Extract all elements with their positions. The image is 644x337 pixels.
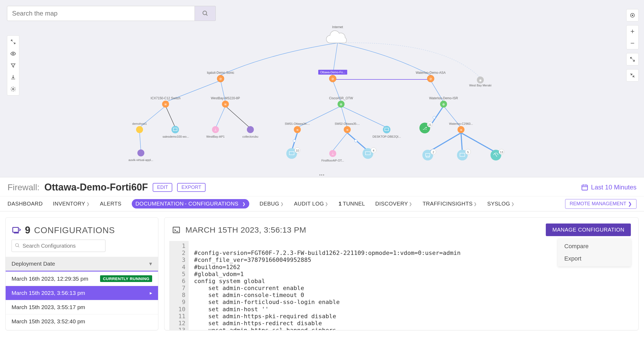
configurations-sidebar: 9 CONFIGURATIONS Deployment Date ▾ March… [5, 217, 158, 330]
zoom-in-button[interactable] [627, 25, 638, 37]
svg-text:≋: ≋ [460, 128, 462, 131]
zoom-out-button[interactable] [627, 37, 638, 49]
config-item[interactable]: March 15th 2023, 3:55:17 pm [6, 300, 158, 314]
svg-point-81 [491, 150, 501, 160]
svg-point-51 [344, 126, 351, 133]
svg-text:⊥: ⊥ [331, 152, 334, 156]
config-item[interactable]: March 16th 2023, 12:29:35 pm CURRENTLY R… [6, 272, 158, 286]
search-icon [202, 10, 208, 17]
svg-rect-13 [318, 70, 347, 75]
config-search-input[interactable] [12, 240, 105, 252]
svg-text:⊘: ⊘ [331, 77, 334, 81]
chevron-right-icon: ▸ [150, 290, 152, 296]
config-item-date: March 15th 2023, 3:55:17 pm [12, 304, 85, 310]
svg-point-75 [431, 149, 436, 155]
svg-rect-54 [385, 128, 389, 131]
svg-rect-64 [289, 152, 294, 155]
svg-text:⎇: ⎇ [423, 126, 427, 130]
svg-point-0 [203, 11, 207, 15]
svg-point-72 [371, 148, 376, 153]
tab-debug[interactable]: DEBUG❯ [259, 201, 284, 207]
svg-text:WestBay-MS220-8P: WestBay-MS220-8P [211, 96, 240, 100]
download-tool-button[interactable] [8, 72, 19, 83]
edit-button[interactable]: EDIT [153, 183, 172, 192]
settings-tool-button[interactable] [8, 83, 19, 95]
svg-point-86 [433, 116, 436, 119]
deployment-date-header[interactable]: Deployment Date ▾ [6, 257, 158, 272]
svg-point-48 [294, 126, 301, 133]
svg-text:21: 21 [428, 123, 431, 126]
svg-text:demohost1: demohost1 [132, 122, 147, 125]
expand-button[interactable] [627, 53, 638, 65]
svg-text:⊘: ⊘ [219, 77, 222, 81]
svg-point-53 [383, 126, 390, 133]
svg-point-67 [329, 150, 336, 157]
remote-management-button[interactable]: REMOTE MANAGEMENT❯ [565, 199, 636, 209]
tab-inventory[interactable]: INVENTORY❯ [53, 201, 90, 207]
compare-menu-item[interactable]: Compare [558, 240, 631, 252]
svg-text:SW01-Ottawa34-...: SW01-Ottawa34-... [285, 122, 310, 125]
svg-text:4: 4 [373, 149, 374, 152]
svg-text:SW02-Ottawa35-...: SW02-Ottawa35-... [335, 122, 360, 125]
tabs-row: DASHBOARD INVENTORY❯ ALERTS DOCUMENTATIO… [0, 196, 644, 211]
svg-rect-38 [173, 128, 177, 131]
svg-text:Iqaluit-Demo-Sonic: Iqaluit-Demo-Sonic [207, 71, 234, 75]
svg-point-33 [440, 101, 447, 108]
svg-rect-87 [582, 185, 587, 190]
collapse-button[interactable] [627, 69, 638, 81]
svg-text:CiscoASR_OTW: CiscoASR_OTW [329, 96, 353, 100]
svg-point-11 [217, 75, 224, 82]
svg-point-24 [162, 101, 169, 108]
tab-traffic[interactable]: TRAFFICINSIGHTS❯ [423, 201, 477, 207]
chevron-right-icon: ❯ [409, 202, 412, 206]
svg-point-40 [212, 126, 219, 133]
chevron-right-icon: ❯ [628, 201, 632, 207]
tab-dashboard[interactable]: DASHBOARD [8, 201, 43, 207]
svg-rect-71 [365, 152, 370, 155]
search-input[interactable] [7, 6, 195, 21]
svg-text:⊘: ⊘ [429, 77, 432, 81]
panel-resize-handle[interactable]: ••• [0, 174, 644, 176]
svg-point-20 [477, 76, 484, 83]
svg-point-37 [171, 126, 179, 133]
detail-header: MARCH 15TH 2023, 3:56:13 PM MANAGE CONFI… [164, 218, 638, 239]
configurations-label: CONFIGURATIONS [34, 225, 115, 235]
configuration-detail: MARCH 15TH 2023, 3:56:13 PM MANAGE CONFI… [164, 217, 639, 330]
svg-point-58 [427, 122, 433, 127]
minus-icon [630, 40, 635, 46]
download-icon [10, 74, 16, 80]
tab-tunnel[interactable]: 1 TUNNEL [339, 201, 365, 207]
layout-tool-button[interactable] [8, 36, 19, 47]
export-button[interactable]: EXPORT [177, 183, 206, 192]
tab-alerts[interactable]: ALERTS [100, 201, 121, 207]
svg-text:⊥: ⊥ [214, 128, 217, 132]
config-item-selected[interactable]: March 15th 2023, 3:56:13 pm ▸ [6, 286, 158, 300]
visibility-tool-button[interactable] [8, 48, 19, 59]
eye-icon [10, 51, 16, 57]
tab-auditlog[interactable]: AUDIT LOG❯ [294, 201, 328, 207]
manage-dropdown: Compare Export [558, 239, 631, 266]
chevron-right-icon: ❯ [280, 202, 284, 206]
locate-button[interactable] [627, 9, 638, 21]
export-menu-item[interactable]: Export [558, 252, 631, 265]
svg-rect-78 [460, 153, 465, 156]
tab-documentation[interactable]: DOCUMENTATION - CONFIGURATIONS ❯ [132, 199, 250, 208]
time-range-label: Last 10 Minutes [591, 184, 636, 191]
time-range-picker[interactable]: Last 10 Minutes [581, 184, 636, 191]
tab-syslog[interactable]: SYSLOG❯ [487, 201, 515, 207]
tab-discovery[interactable]: DISCOVERY❯ [375, 201, 412, 207]
terminal-icon [172, 226, 181, 234]
svg-rect-91 [13, 228, 19, 232]
config-item[interactable]: March 15th 2023, 3:52:40 pm [6, 314, 158, 328]
svg-text:◉: ◉ [479, 78, 482, 82]
map-tools [7, 35, 19, 96]
gear-icon [10, 86, 16, 92]
dots-icon: ••• [319, 173, 325, 177]
node-internet-label: Internet [332, 25, 343, 29]
filter-tool-button[interactable] [8, 60, 19, 71]
config-timestamp: MARCH 15TH 2023, 3:56:13 PM [185, 225, 306, 235]
chevron-right-icon: ❯ [474, 202, 477, 206]
svg-text:≋: ≋ [224, 102, 227, 106]
manage-configuration-button[interactable]: MANAGE CONFIGURATION [546, 224, 631, 236]
search-button[interactable] [195, 6, 216, 21]
